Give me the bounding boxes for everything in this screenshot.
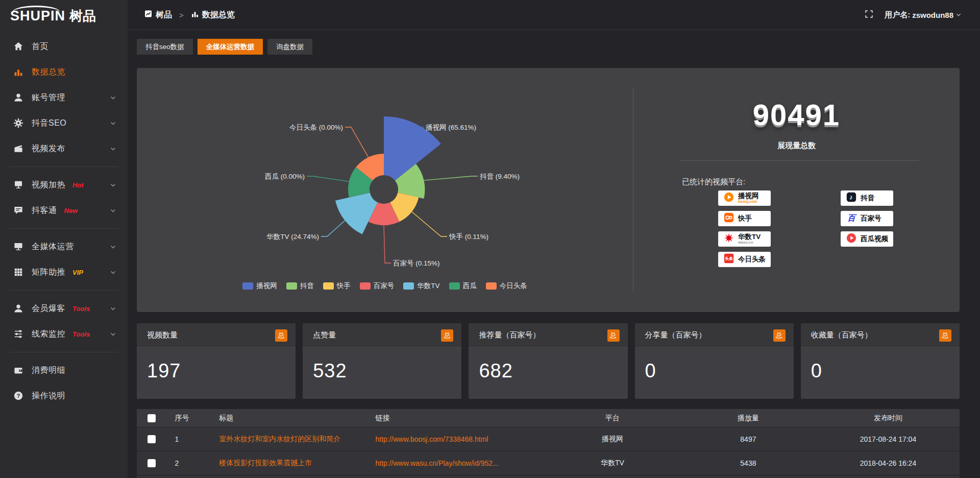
sidebar-item-monitor[interactable]: 全媒体运营 <box>0 234 128 259</box>
grid-icon <box>13 267 23 277</box>
sidebar-item-help[interactable]: ?操作说明 <box>0 383 128 409</box>
stat-card-title: 分享量（百家号） <box>645 330 706 340</box>
video-title-link[interactable]: 楼体投影灯投影效果震撼上市 <box>219 459 375 468</box>
row-checkbox[interactable] <box>148 435 156 443</box>
svg-text:♪: ♪ <box>849 193 852 201</box>
total-badge[interactable]: 总 <box>773 329 786 342</box>
videos-table: 序号标题链接平台播放量发布时间1室外水纹灯和室内水纹灯的区别和简介http://… <box>137 409 960 478</box>
sidebar-item-chat[interactable]: 抖客通New <box>0 198 128 223</box>
legend-swatch <box>323 282 334 290</box>
sidebar-item-wallet[interactable]: 消费明细 <box>0 357 128 383</box>
username: zswodun88 <box>912 11 953 19</box>
svg-text:?: ? <box>16 393 20 399</box>
total-badge[interactable]: 总 <box>441 329 453 342</box>
breadcrumb-item-current[interactable]: 数据总览 <box>202 10 235 20</box>
bar-chart-icon <box>13 67 23 77</box>
wallet-icon <box>13 365 23 375</box>
row-views: 8497 <box>680 435 820 443</box>
rose-pie-chart[interactable]: 播视网 (65.61%)抖音 (9.40%)快手 (0.11%)百家号 (0.1… <box>137 68 633 280</box>
toutiao-logo-icon: 头条 <box>723 253 734 266</box>
legend-label: 播视网 <box>256 281 277 291</box>
chevron-down-icon <box>110 207 116 214</box>
sidebar-item-grid[interactable]: 矩阵助推VIP <box>0 259 128 285</box>
sidebar-item-label: 全媒体运营 <box>32 242 74 252</box>
row-date: 2017-08-24 17:04 <box>820 435 960 443</box>
pie-slice-华数TV[interactable] <box>335 193 378 234</box>
video-title-link[interactable]: 室外水纹灯和室内水纹灯的区别和简介 <box>219 435 375 444</box>
legend-item-抖音[interactable]: 抖音 <box>286 281 314 291</box>
platform-name: 华数TV <box>738 233 761 241</box>
tab-2[interactable]: 询盘数据 <box>267 39 312 55</box>
logo-cn: 树品 <box>69 7 96 25</box>
legend-swatch <box>242 282 253 290</box>
total-badge[interactable]: 总 <box>939 329 951 342</box>
sidebar-item-sliders[interactable]: 线索监控Tools <box>0 321 128 347</box>
stat-card-title: 视频数量 <box>147 330 178 340</box>
platform-badge-kuaishou[interactable]: 快手 <box>718 211 771 226</box>
sliders-icon <box>13 329 23 339</box>
legend-swatch <box>286 282 297 290</box>
table-header-row: 序号标题链接平台播放量发布时间 <box>137 409 960 427</box>
select-all-cell <box>137 414 169 422</box>
sidebar-item-label: 抖音SEO <box>32 118 66 129</box>
chevron-down-icon <box>110 120 116 127</box>
baijia-logo-icon: 百 <box>846 212 857 225</box>
legend-item-西瓜[interactable]: 西瓜 <box>449 281 477 291</box>
table-row: 1室外水纹灯和室内水纹灯的区别和简介http://www.boosj.com/7… <box>137 427 960 451</box>
select-all-checkbox[interactable] <box>148 414 156 422</box>
legend-item-快手[interactable]: 快手 <box>323 281 351 291</box>
tab-1[interactable]: 全媒体运营数据 <box>198 39 263 55</box>
video-url-link[interactable]: http://www.boosj.com/7338468.html <box>375 435 548 443</box>
sidebar-item-heat[interactable]: 视频加热Hot <box>0 172 128 198</box>
member-icon <box>13 303 23 314</box>
platform-name: 抖音 <box>861 195 874 202</box>
stat-card-value: 532 <box>303 348 461 382</box>
sidebar-menu: 首页数据总览账号管理抖音SEO视频发布视频加热Hot抖客通New全媒体运营矩阵助… <box>0 32 128 409</box>
platform-badge-xigua[interactable]: 西瓜视频 <box>841 231 893 247</box>
legend-item-播视网[interactable]: 播视网 <box>242 281 277 291</box>
sidebar-item-badge: Tools <box>72 305 90 313</box>
sidebar-item-badge: Hot <box>72 181 84 189</box>
legend-item-百家号[interactable]: 百家号 <box>360 281 395 291</box>
chevron-down-icon <box>110 146 116 152</box>
col-header-date: 发布时间 <box>820 414 960 423</box>
sidebar-item-home[interactable]: 首页 <box>0 34 128 59</box>
fullscreen-icon[interactable] <box>865 10 873 20</box>
legend-item-华数TV[interactable]: 华数TV <box>403 281 439 291</box>
breadcrumb-item-root[interactable]: 树品 <box>156 10 172 20</box>
sidebar-item-label: 视频加热 <box>32 180 65 190</box>
tab-0[interactable]: 抖音seo数据 <box>137 39 193 55</box>
main-content: 抖音seo数据全媒体运营数据询盘数据 播视网 (65.61%)抖音 (9.40%… <box>128 31 980 478</box>
stat-card-value: 0 <box>801 348 960 382</box>
stat-card-header: 推荐量（百家号）总 <box>469 323 627 348</box>
platform-badge-wasu[interactable]: 华数TVwasu.cn <box>718 231 771 247</box>
topbar: 树品 > 数据总览 用户名: zswodun88 <box>128 0 980 30</box>
sidebar-divider <box>9 166 118 167</box>
row-checkbox[interactable] <box>148 459 156 467</box>
platform-badge-boosj[interactable]: 播视网boosj.com <box>718 190 771 206</box>
chevron-down-icon <box>110 182 116 188</box>
boosj-logo-icon <box>723 192 734 205</box>
sidebar-item-user[interactable]: 账号管理 <box>0 85 128 110</box>
total-badge[interactable]: 总 <box>607 329 620 342</box>
legend-item-今日头条[interactable]: 今日头条 <box>486 281 527 291</box>
sidebar-item-label: 操作说明 <box>32 391 65 401</box>
bar-chart-icon <box>191 10 199 20</box>
total-badge[interactable]: 总 <box>275 329 287 342</box>
platform-badge-baijia[interactable]: 百百家号 <box>841 211 893 226</box>
sidebar-item-bar-chart[interactable]: 数据总览 <box>0 59 128 85</box>
col-header-link: 链接 <box>375 414 548 423</box>
pie-label-快手: 快手 (0.11%) <box>449 233 488 241</box>
legend-swatch <box>486 282 497 290</box>
pie-label-播视网: 播视网 (65.61%) <box>426 124 476 131</box>
sidebar-item-video[interactable]: 视频发布 <box>0 136 128 161</box>
sidebar-item-label: 会员爆客 <box>32 303 65 314</box>
sidebar-item-member[interactable]: 会员爆客Tools <box>0 296 128 321</box>
platform-badge-toutiao[interactable]: 头条今日头条 <box>718 252 771 267</box>
horizontal-divider <box>679 160 919 161</box>
video-url-link[interactable]: http://www.wasu.cn/Play/show/id/952... <box>375 459 548 467</box>
breadcrumb: 树品 > 数据总览 <box>144 10 235 20</box>
sidebar-item-gear[interactable]: 抖音SEO <box>0 110 128 136</box>
user-menu[interactable]: 用户名: zswodun88 <box>885 10 962 20</box>
platform-badge-douyin[interactable]: ♪♪抖音 <box>841 190 893 206</box>
